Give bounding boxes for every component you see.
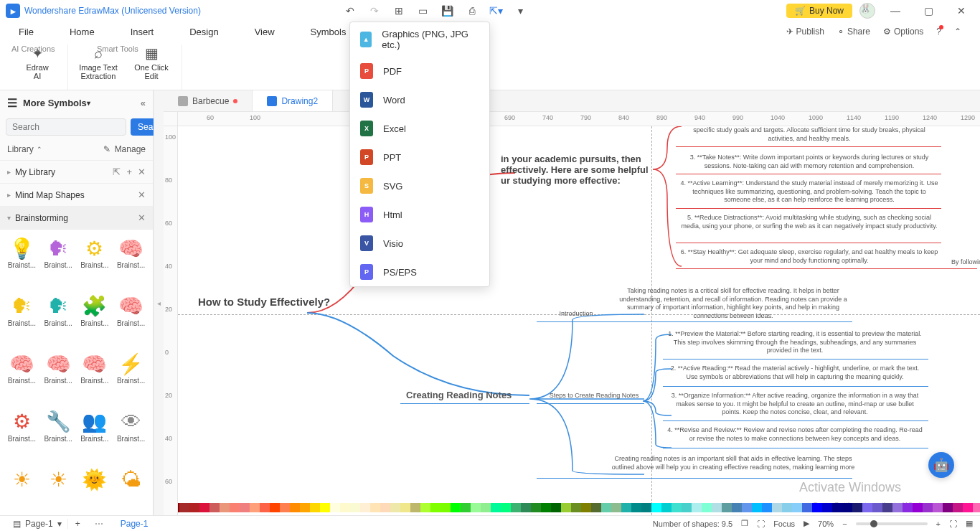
red-branch-desc[interactable]: in your academic pursuits, then effectiv…: [501, 154, 659, 186]
user-avatar[interactable]: 🐰: [859, 3, 875, 19]
export-visio[interactable]: VVisio: [350, 229, 489, 258]
shape-item[interactable]: 👥Brainst...: [77, 409, 113, 460]
color-swatch[interactable]: [943, 503, 953, 512]
color-swatch[interactable]: [541, 503, 551, 512]
save-icon[interactable]: 💾: [442, 5, 453, 17]
color-swatch[interactable]: [682, 503, 692, 512]
color-swatch[interactable]: [802, 503, 812, 512]
color-swatch[interactable]: [882, 503, 892, 512]
color-swatch[interactable]: [320, 503, 330, 512]
color-swatch[interactable]: [440, 503, 451, 512]
color-swatch[interactable]: [722, 503, 732, 512]
color-swatch[interactable]: [410, 503, 420, 512]
color-swatch[interactable]: [812, 503, 822, 512]
options-button[interactable]: ⚙ Options: [883, 27, 923, 37]
color-swatch[interactable]: [611, 503, 621, 512]
blue-item[interactable]: 3. **Organize Information:** After activ…: [666, 392, 924, 417]
color-swatch[interactable]: [862, 503, 872, 512]
color-swatch[interactable]: [521, 503, 531, 512]
color-swatch[interactable]: [712, 503, 722, 512]
color-swatch[interactable]: [923, 503, 933, 512]
export-html[interactable]: HHtml: [350, 200, 489, 229]
color-swatch[interactable]: [782, 503, 792, 512]
panels-icon[interactable]: ▦: [966, 519, 973, 528]
color-swatch[interactable]: [732, 503, 742, 512]
color-swatch[interactable]: [601, 503, 611, 512]
shape-item[interactable]: 🌤: [113, 466, 149, 509]
color-swatch[interactable]: [641, 503, 651, 512]
color-swatch[interactable]: [551, 503, 561, 512]
fit-page-icon[interactable]: ⛶: [949, 520, 957, 528]
fullscreen-icon[interactable]: ⛶: [757, 520, 765, 528]
color-swatch[interactable]: [702, 503, 712, 512]
play-icon[interactable]: ▶: [804, 519, 809, 528]
notifications-icon[interactable]: ?: [936, 27, 941, 37]
shape-item[interactable]: 🗣Brainst...: [41, 293, 76, 344]
import-icon[interactable]: ⇱: [113, 166, 121, 177]
color-swatch[interactable]: [300, 503, 310, 512]
color-swatch[interactable]: [571, 503, 581, 512]
red-item[interactable]: 3. **Take Notes**: Write down important …: [680, 154, 938, 170]
export-graphics[interactable]: ▲Graphics (PNG, JPG etc.): [350, 22, 489, 57]
blue-item[interactable]: 1. **Preview the Material:** Before star…: [666, 330, 924, 355]
shape-item[interactable]: 🧠Brainst...: [4, 351, 39, 402]
export-pdf[interactable]: PPDF: [350, 57, 489, 85]
share-button[interactable]: ⚬ Share: [837, 27, 870, 37]
mindmap-root[interactable]: How to Study Effectively?: [198, 296, 330, 308]
print-icon[interactable]: ⎙: [466, 5, 478, 17]
export-word[interactable]: WWord: [350, 85, 489, 114]
zoom-in-button[interactable]: +: [936, 520, 941, 528]
more-icon[interactable]: ▾: [515, 5, 527, 17]
blue-item[interactable]: 4. **Revise and Review:** Review and rev…: [666, 426, 924, 443]
color-swatch[interactable]: [561, 503, 571, 512]
color-swatch[interactable]: [400, 503, 410, 512]
blue-steps-label[interactable]: Steps to Create Reading Notes: [544, 392, 644, 400]
brainstorming-section[interactable]: ▾Brainstorming ✕: [0, 207, 153, 230]
color-swatch[interactable]: [280, 503, 290, 512]
export-icon[interactable]: ⇱▾: [491, 5, 502, 17]
color-swatch[interactable]: [430, 503, 440, 512]
red-item[interactable]: 4. **Active Learning**: Understand the s…: [680, 179, 938, 205]
color-swatch[interactable]: [661, 503, 672, 512]
color-swatch[interactable]: [250, 503, 260, 512]
color-swatch[interactable]: [692, 503, 702, 512]
color-swatch[interactable]: [340, 503, 350, 512]
shape-item[interactable]: 🧠Brainst...: [113, 293, 149, 344]
menu-design[interactable]: Design: [189, 27, 218, 37]
publish-button[interactable]: ✈ Publish: [786, 27, 824, 37]
color-swatch[interactable]: [260, 503, 270, 512]
shape-item[interactable]: ☀: [41, 466, 76, 509]
mind-map-section[interactable]: ▸Mind Map Shapes ✕: [0, 184, 153, 207]
shape-item[interactable]: 💡Brainst...: [4, 235, 39, 286]
color-swatch[interactable]: [651, 503, 661, 512]
shape-item[interactable]: 🔧Brainst...: [41, 409, 76, 460]
color-swatch[interactable]: [511, 503, 521, 512]
chat-fab-button[interactable]: 🤖: [928, 452, 954, 478]
blue-intro-text[interactable]: Taking reading notes is a critical skill…: [618, 287, 848, 321]
color-swatch[interactable]: [491, 503, 501, 512]
shape-item[interactable]: ⚙Brainst...: [77, 235, 113, 286]
collapse-sidebar-icon[interactable]: «: [141, 98, 146, 108]
red-item[interactable]: specific study goals and targets. Alloca…: [680, 126, 938, 143]
color-swatch[interactable]: [852, 503, 862, 512]
color-swatch[interactable]: [189, 503, 199, 512]
color-swatch[interactable]: [179, 503, 189, 512]
color-swatch[interactable]: [953, 503, 963, 512]
color-swatch[interactable]: [752, 503, 762, 512]
layers-icon[interactable]: ❒: [741, 519, 748, 528]
color-swatch[interactable]: [531, 503, 541, 512]
color-swatch[interactable]: [240, 503, 250, 512]
blue-intro-label[interactable]: Introduction: [544, 310, 608, 319]
shape-item[interactable]: 🧠Brainst...: [77, 351, 113, 402]
color-swatch[interactable]: [230, 503, 240, 512]
color-swatch[interactable]: [481, 503, 491, 512]
color-swatch[interactable]: [290, 503, 300, 512]
focus-button[interactable]: Focus: [773, 520, 795, 528]
color-swatch[interactable]: [842, 503, 852, 512]
color-swatch[interactable]: [501, 503, 511, 512]
color-swatch[interactable]: [892, 503, 903, 512]
close-section-icon[interactable]: ✕: [138, 212, 146, 223]
color-swatch[interactable]: [832, 503, 842, 512]
shape-item[interactable]: 👁Brainst...: [113, 409, 149, 460]
shape-item[interactable]: 🗣Brainst...: [4, 293, 39, 344]
